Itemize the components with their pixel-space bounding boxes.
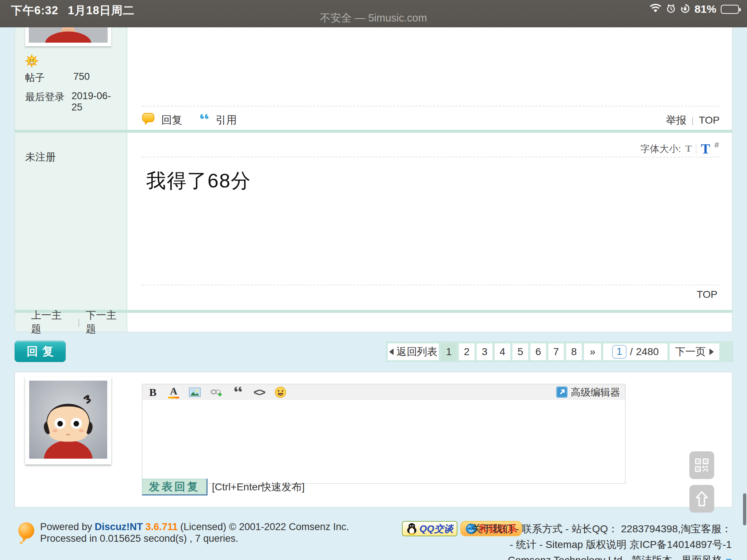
editor-avatar-image <box>29 381 108 459</box>
quote-link[interactable]: 引用 <box>216 113 237 128</box>
rotation-lock-icon <box>680 4 690 15</box>
dashed-separator <box>142 157 720 158</box>
page-button[interactable]: 2 <box>459 343 475 360</box>
security-url-label[interactable]: 不安全 — 5imusic.com <box>0 11 747 26</box>
thread-nav-cell: 上一主题 | 下一主题 <box>15 313 127 332</box>
quote-icon: “ <box>199 114 210 127</box>
back-to-list-button[interactable]: 返回列表 <box>388 343 439 360</box>
footer: Powered byDiscuz!NT3.6.711(Licensed) © 2… <box>15 520 732 560</box>
shortcut-hint: [Ctrl+Enter快速发布] <box>212 479 305 495</box>
font-small-button[interactable]: T <box>685 143 692 154</box>
stat-label: 最后登录 <box>25 90 71 113</box>
reply-button[interactable]: 回复 <box>15 341 66 362</box>
processed-line: Processed in 0.015625 second(s) , 7 quer… <box>40 533 352 544</box>
editor-avatar-frame <box>25 377 111 464</box>
smiley-icon <box>275 386 286 398</box>
stat-label: 帖子 <box>25 71 73 84</box>
author-status: 未注册 <box>25 150 56 164</box>
up-arrow-icon <box>694 490 709 507</box>
stat-value: 2019-06-25 <box>71 90 120 113</box>
footer-links: 关于我们 - 联系方式 - 站长QQ： 2283794398,淘宝客服： - 统… <box>472 521 732 560</box>
page-button[interactable]: 8 <box>566 343 582 360</box>
thread-nav-row: 上一主题 | 下一主题 <box>15 313 732 332</box>
link-button[interactable] <box>210 386 223 398</box>
page-button[interactable]: 5 <box>512 343 528 360</box>
qq-chat-badge[interactable]: QQ交谈 <box>402 521 457 536</box>
more-pages-button[interactable]: » <box>584 343 601 360</box>
qr-code-icon <box>694 458 709 473</box>
avatar-frame <box>25 27 111 46</box>
emoji-button[interactable] <box>275 386 286 398</box>
license-text: (Licensed) © 2001-2022 Comsenz Inc. <box>180 521 349 532</box>
footer-links-line1[interactable]: 关于我们 - 联系方式 - 站长QQ： 2283794398,淘宝客服： <box>472 521 732 537</box>
advanced-editor-button[interactable]: 高级编辑器 <box>556 386 620 399</box>
powered-prefix: Powered by <box>40 521 92 532</box>
reply-editor-panel: B A “ <> 高级编辑器 发表回复 [Ctrl+Enter快速发布] <box>15 372 732 508</box>
editor-toolbar: B A “ <> 高级编辑器 <box>142 384 626 400</box>
page-button[interactable]: 6 <box>530 343 546 360</box>
wifi-icon <box>649 4 662 15</box>
post-content: 我得了68分 <box>146 168 251 194</box>
divider-bar <box>15 130 732 133</box>
image-button[interactable] <box>189 386 201 398</box>
thread-board: 帖子 750 最后登录 2019-06-25 回复 “ 引用 <box>15 27 732 332</box>
post-body-main: 字体大小: T T # 我得了68分 TOP <box>127 133 732 310</box>
page-current: 1 <box>441 343 457 360</box>
scroll-top-button[interactable] <box>689 485 714 513</box>
report-link[interactable]: 举报 <box>666 113 686 127</box>
top-link[interactable]: TOP <box>697 289 717 300</box>
next-page-button[interactable]: 下一页 <box>670 343 719 360</box>
footer-links-line3[interactable]: Comsenz Technology Ltd - 简洁版本 - 界面风格 <box>472 552 732 560</box>
powered-block: Powered byDiscuz!NT3.6.711(Licensed) © 2… <box>40 521 352 544</box>
top-link[interactable]: TOP <box>699 114 720 126</box>
font-large-button[interactable]: T <box>701 141 710 157</box>
post-row-main: 未注册 字体大小: T T # 我得了68分 TOP <box>15 133 732 310</box>
footer-links-line2[interactable]: - 统计 - Sitemap 版权说明 京ICP备14014897号-1 <box>472 537 732 552</box>
qq-penguin-icon <box>406 522 417 535</box>
post-row-top: 帖子 750 最后登录 2019-06-25 回复 “ 引用 <box>15 27 732 130</box>
battery-icon <box>721 5 739 14</box>
link-icon <box>210 387 223 397</box>
powered-line: Powered byDiscuz!NT3.6.711(Licensed) © 2… <box>40 521 352 533</box>
author-sidebar-top: 帖子 750 最后登录 2019-06-25 <box>15 27 127 130</box>
author-stats: 帖子 750 最后登录 2019-06-25 <box>25 71 120 119</box>
external-link-icon <box>556 386 568 398</box>
code-button[interactable]: <> <box>253 386 265 398</box>
page-jump-box: / 2480 <box>603 343 667 360</box>
page-button[interactable]: 7 <box>548 343 564 360</box>
font-size-label: 字体大小: <box>640 143 681 155</box>
qr-code-button[interactable] <box>689 451 714 479</box>
page-button[interactable]: 3 <box>477 343 492 360</box>
image-icon <box>189 388 201 397</box>
separator: | <box>692 115 694 125</box>
page-separator: / <box>630 346 633 358</box>
page-total: 2480 <box>636 346 659 358</box>
quote-button[interactable]: “ <box>233 387 244 398</box>
next-topic-link[interactable]: 下一主题 <box>86 308 127 336</box>
author-sidebar-main: 未注册 <box>15 133 127 310</box>
scrollbar-thumb[interactable] <box>743 493 746 525</box>
pagination: 返回列表 1 2 3 4 5 6 7 8 » / 2480 下一页 <box>386 341 733 362</box>
sun-emoji-icon <box>25 54 38 67</box>
submit-reply-button[interactable]: 发表回复 <box>142 479 208 495</box>
anchor-link[interactable]: # <box>715 140 719 150</box>
color-button[interactable]: A <box>168 386 179 398</box>
dashed-separator <box>142 285 720 285</box>
status-bar: 下午6:321月18日周二 不安全 — 5imusic.com 81% <box>0 0 747 27</box>
alarm-icon <box>666 4 676 15</box>
brand-link[interactable]: Discuz!NT <box>95 521 143 532</box>
prev-topic-link[interactable]: 上一主题 <box>31 308 72 336</box>
stat-row: 最后登录 2019-06-25 <box>25 90 120 113</box>
page-jump-input[interactable] <box>612 345 627 359</box>
stat-value: 750 <box>73 71 90 84</box>
stat-row: 帖子 750 <box>25 71 120 84</box>
page-button[interactable]: 4 <box>495 343 510 360</box>
font-size-control: 字体大小: T T # <box>640 141 719 157</box>
version-label[interactable]: 3.6.711 <box>146 521 178 532</box>
discuz-logo-icon <box>16 522 36 547</box>
reply-textarea[interactable] <box>142 400 626 484</box>
arrow-left-icon <box>389 349 394 355</box>
reply-link[interactable]: 回复 <box>161 113 182 128</box>
bold-button[interactable]: B <box>147 386 158 398</box>
reply-bubble-icon <box>142 112 155 128</box>
